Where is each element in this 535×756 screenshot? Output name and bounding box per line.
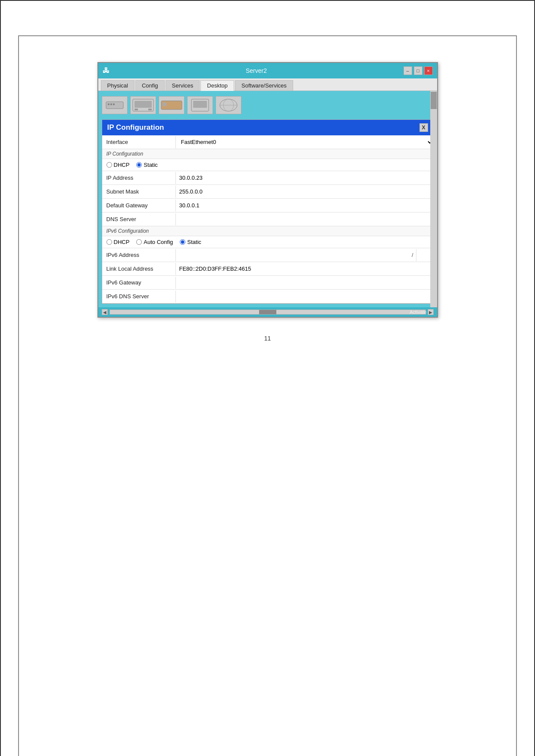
svg-rect-3 [113, 103, 115, 105]
interface-row: Interface FastEthernet0 [102, 135, 433, 149]
static-radio-label[interactable]: Static [136, 162, 158, 168]
device-icon-4 [187, 96, 213, 114]
default-gateway-input[interactable] [175, 200, 433, 212]
ipv6-gateway-row: IPv6 Gateway [102, 276, 433, 290]
window-icon: 🖧 [103, 67, 110, 75]
ipv6-dhcp-label: DHCP [114, 239, 130, 245]
scroll-left-button[interactable]: ◀ [102, 309, 108, 315]
ip-address-label: IP Address [102, 172, 175, 183]
ipv6-auto-radio-label[interactable]: Auto Config [136, 239, 173, 245]
tab-physical[interactable]: Physical [101, 80, 135, 91]
device-icon-2 [130, 96, 156, 114]
ip-config-title: IP Configuration [107, 123, 164, 132]
horizontal-scrollbar[interactable] [110, 309, 426, 315]
ipv6-address-input[interactable] [176, 249, 409, 261]
subnet-mask-label: Subnet Mask [102, 186, 175, 197]
ipv6-auto-radio[interactable] [136, 239, 142, 245]
ipv6-address-row: IPv6 Address / [102, 248, 433, 262]
device-icon-5 [216, 96, 241, 114]
ip-dhcp-static-row: DHCP Static [102, 159, 433, 171]
ip-config-section-label: IP Configuration [106, 151, 144, 157]
dhcp-label: DHCP [114, 162, 130, 168]
svg-rect-6 [135, 109, 138, 110]
maximize-button[interactable]: □ [414, 66, 422, 75]
ipv6-address-label: IPv6 Address [102, 250, 175, 260]
interface-select[interactable]: FastEthernet0 [175, 136, 433, 148]
h-scrollbar-thumb[interactable] [259, 310, 276, 314]
minimize-button[interactable]: – [404, 66, 412, 75]
svg-rect-1 [108, 103, 110, 105]
tab-bar: Physical Config Services Desktop Softwar… [98, 78, 437, 91]
ipv6-dns-label: IPv6 DNS Server [102, 291, 175, 302]
scrollbar-thumb[interactable] [431, 92, 437, 109]
ipv6-gateway-label: IPv6 Gateway [102, 277, 175, 288]
ipv6-dns-row: IPv6 DNS Server [102, 290, 433, 303]
tab-software-services[interactable]: Software/Services [235, 80, 293, 91]
link-local-input[interactable] [175, 263, 433, 275]
svg-rect-7 [148, 109, 152, 110]
svg-rect-2 [110, 103, 112, 105]
window-controls: – □ × [404, 66, 433, 75]
ip-config-panel: IP Configuration X Interface FastEtherne… [102, 119, 434, 304]
svg-rect-11 [193, 101, 207, 108]
ipv6-mode-row: DHCP Auto Config Static [102, 236, 433, 248]
ipv6-static-radio[interactable] [180, 239, 185, 245]
ip-config-close-button[interactable]: X [419, 123, 428, 132]
ipv6-dhcp-radio-label[interactable]: DHCP [106, 239, 130, 245]
dns-server-input[interactable] [175, 213, 433, 225]
device-icons-bar [102, 94, 434, 116]
window-content: IP Configuration X Interface FastEtherne… [98, 91, 437, 307]
ipv6-static-radio-label[interactable]: Static [180, 239, 201, 245]
ipv6-section-header: IPv6 Configuration [102, 226, 433, 236]
subnet-mask-row: Subnet Mask [102, 185, 433, 199]
dhcp-radio[interactable] [106, 162, 112, 168]
dhcp-radio-label[interactable]: DHCP [106, 162, 130, 168]
ip-config-section-header: IP Configuration [102, 149, 433, 159]
svg-rect-5 [135, 101, 152, 108]
link-local-label: Link Local Address [102, 263, 175, 274]
dns-server-row: DNS Server [102, 212, 433, 226]
scroll-right-button[interactable]: ▶ [428, 309, 434, 315]
activate-text: Activate [410, 309, 426, 315]
bottom-bar: ◀ ▶ Activate [98, 307, 437, 317]
ipv6-gateway-input[interactable] [175, 277, 433, 289]
ipv6-prefix-separator: / [409, 252, 416, 258]
tab-desktop[interactable]: Desktop [200, 80, 234, 91]
ipv6-dhcp-radio[interactable] [106, 239, 112, 245]
dns-server-label: DNS Server [102, 214, 175, 225]
static-label: Static [144, 162, 158, 168]
ipv6-auto-label: Auto Config [144, 239, 173, 245]
subnet-mask-input[interactable] [175, 186, 433, 198]
ip-address-row: IP Address [102, 171, 433, 185]
interface-label: Interface [102, 137, 175, 147]
device-icon-1 [102, 96, 128, 114]
page-number: 11 [264, 335, 271, 342]
default-gateway-label: Default Gateway [102, 200, 175, 211]
ipv6-section-label: IPv6 Configuration [106, 228, 149, 234]
title-bar: 🖧 Server2 – □ × [98, 63, 437, 78]
form-section: Interface FastEthernet0 IP Configuration [102, 135, 433, 303]
ipv6-static-label: Static [187, 239, 201, 245]
application-window: 🖧 Server2 – □ × Physical Config Services… [97, 62, 438, 318]
vertical-scrollbar[interactable] [430, 91, 437, 307]
ip-config-header: IP Configuration X [102, 120, 433, 135]
static-radio[interactable] [136, 162, 142, 168]
device-icon-3 [159, 96, 185, 114]
tab-config[interactable]: Config [135, 80, 165, 91]
ipv6-dns-input[interactable] [175, 291, 433, 303]
ipv6-input-wrap: / [175, 249, 433, 261]
svg-rect-9 [163, 103, 166, 106]
ip-address-input[interactable] [175, 172, 433, 184]
default-gateway-row: Default Gateway [102, 199, 433, 212]
tab-services[interactable]: Services [166, 80, 200, 91]
link-local-row: Link Local Address [102, 262, 433, 276]
window-close-button[interactable]: × [424, 66, 433, 75]
window-title: Server2 [110, 67, 404, 74]
